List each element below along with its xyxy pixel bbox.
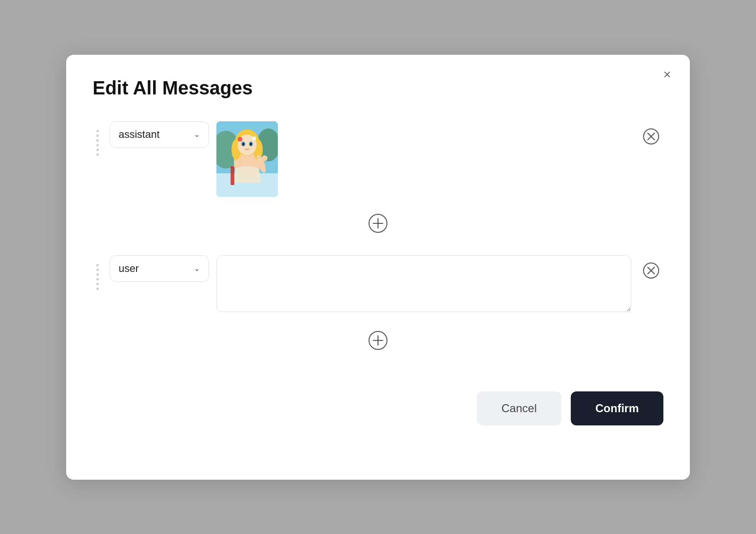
role-select-assistant[interactable]: assistant ⌄	[110, 121, 209, 148]
modal-footer: Cancel Confirm	[93, 391, 663, 425]
drag-dot	[96, 273, 99, 276]
drag-handle[interactable]	[93, 255, 102, 290]
drag-dot	[96, 264, 99, 266]
message-row: assistant ⌄	[93, 121, 663, 197]
drag-dot	[96, 269, 99, 271]
message-image	[216, 121, 278, 197]
add-message-bottom-button[interactable]	[367, 329, 389, 352]
role-select-user[interactable]: user ⌄	[110, 255, 209, 282]
close-icon: ×	[663, 67, 671, 82]
message-textarea[interactable]	[216, 255, 631, 312]
cancel-button[interactable]: Cancel	[477, 391, 561, 425]
message-row: user ⌄	[93, 255, 663, 314]
drag-dot	[96, 278, 99, 280]
drag-dot	[96, 153, 99, 156]
svg-point-12	[250, 143, 252, 145]
edit-messages-modal: × Edit All Messages assistant ⌄	[66, 55, 690, 480]
remove-message-2-button[interactable]	[639, 255, 663, 284]
remove-message-1-button[interactable]	[639, 121, 663, 150]
role-label: user	[119, 263, 139, 275]
drag-dot	[96, 288, 99, 290]
chevron-down-icon: ⌄	[194, 130, 200, 139]
drag-dot	[96, 130, 99, 132]
message-image-area	[216, 121, 631, 197]
drag-dot	[96, 283, 99, 285]
drag-dot	[96, 149, 99, 151]
drag-dot	[96, 135, 99, 137]
chevron-down-icon: ⌄	[194, 264, 200, 273]
modal-overlay: × Edit All Messages assistant ⌄	[0, 0, 756, 534]
drag-dot	[96, 139, 99, 142]
close-button[interactable]: ×	[660, 66, 675, 83]
svg-rect-17	[231, 166, 234, 185]
message-text-area	[216, 255, 631, 314]
drag-handle[interactable]	[93, 121, 102, 156]
role-label: assistant	[119, 128, 160, 141]
svg-point-14	[252, 136, 256, 140]
confirm-button[interactable]: Confirm	[571, 391, 663, 425]
svg-point-11	[242, 143, 244, 145]
drag-dot	[96, 144, 99, 146]
role-select-wrapper: assistant ⌄	[110, 121, 209, 148]
svg-point-16	[262, 155, 267, 161]
svg-point-13	[238, 137, 242, 142]
modal-title: Edit All Messages	[93, 77, 663, 99]
role-select-wrapper: user ⌄	[110, 255, 209, 282]
add-message-between-button[interactable]	[367, 212, 389, 235]
